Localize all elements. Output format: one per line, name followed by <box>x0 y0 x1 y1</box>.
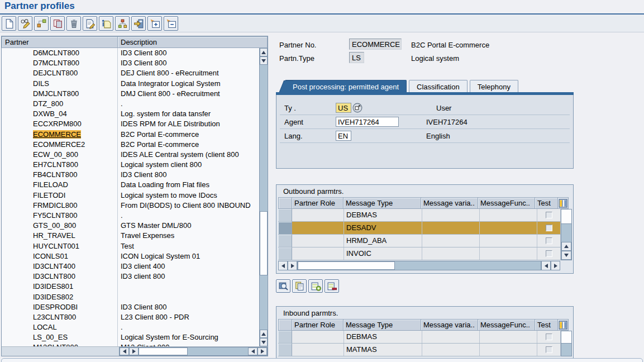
partner-list-vertical-scrollbar[interactable] <box>259 48 268 346</box>
partner-row[interactable]: GTS_00_800GTS Master DML/800 <box>2 221 259 231</box>
scroll-up-button[interactable] <box>561 242 571 251</box>
scroll-right-button[interactable] <box>551 261 560 270</box>
test-checkbox[interactable] <box>546 237 552 244</box>
partner-name[interactable]: L23CLNT800 <box>33 313 76 321</box>
scrollbar-thumb[interactable] <box>260 211 268 275</box>
scroll-left-button[interactable] <box>541 261 551 270</box>
partner-name[interactable]: ECOMMERCE <box>33 130 81 139</box>
partner-row[interactable]: ECOMMERCE2B2C Portal E-commerce <box>2 140 259 150</box>
scrollbar-track[interactable] <box>297 261 541 270</box>
row-selector[interactable] <box>278 247 292 260</box>
partner-name[interactable]: FILETODI <box>33 191 65 199</box>
copy-button[interactable] <box>50 16 65 31</box>
expand-all-button[interactable] <box>147 16 162 31</box>
scroll-up-button[interactable] <box>260 330 268 338</box>
create-button[interactable] <box>2 16 16 31</box>
partner-row[interactable]: ECW_00_800IDES ALE Central system (clien… <box>2 150 259 160</box>
scrollbar-thumb[interactable] <box>298 261 395 270</box>
scroll-right-button[interactable] <box>129 347 139 355</box>
test-checkbox[interactable] <box>546 250 552 257</box>
partner-name[interactable]: ECOMMERCE2 <box>33 140 85 149</box>
row-selector[interactable] <box>278 331 292 343</box>
agent-type-input[interactable] <box>336 103 351 113</box>
scroll-left-button[interactable] <box>248 347 257 355</box>
scrollbar-thumb[interactable] <box>139 347 188 355</box>
scroll-down-button[interactable] <box>260 338 268 346</box>
idoc-table-row[interactable]: DEBMAS <box>278 331 561 344</box>
partner-row[interactable]: D7MCLNT800ID3 Client 800 <box>2 58 259 68</box>
agent-input[interactable] <box>336 117 399 127</box>
idoc-table-row[interactable]: DEBMAS <box>278 209 561 222</box>
outbound-vertical-scrollbar[interactable] <box>561 209 572 260</box>
possible-entries-button[interactable] <box>352 103 362 113</box>
partner-row[interactable]: D6MCLNT800ID3 Client 800 <box>2 48 259 58</box>
partner-name[interactable]: ECCXRPM800 <box>33 120 82 128</box>
scroll-right-button[interactable] <box>288 261 297 270</box>
partner-row[interactable]: FILELOADData Loading from Flat files <box>2 180 259 190</box>
table-configuration-icon[interactable] <box>557 319 569 331</box>
selector-column-header[interactable] <box>278 197 292 209</box>
tab-post-processing[interactable]: Post processing: permitted agent <box>285 80 407 92</box>
partner-name[interactable]: ECW_00_800 <box>33 150 78 159</box>
partner-name[interactable]: HR_TRAVEL <box>33 231 75 240</box>
idoc-table-row[interactable]: DESADV <box>278 222 561 235</box>
idoc-table-row[interactable]: INVOIC <box>278 247 561 260</box>
column-header-partner-role[interactable]: Partner Role <box>292 197 344 209</box>
partner-row[interactable]: DXWB_04Log. system for data tansfer <box>2 109 259 119</box>
tab-telephony[interactable]: Telephony <box>470 80 518 92</box>
partner-name[interactable]: D7MCLNT800 <box>33 59 79 67</box>
partner-name[interactable]: D6MCLNT800 <box>33 49 79 57</box>
goto-button[interactable] <box>131 16 146 31</box>
scrollbar-track[interactable] <box>260 65 268 330</box>
column-header-partner-role[interactable]: Partner Role <box>292 319 344 331</box>
scroll-right-button[interactable] <box>257 347 267 355</box>
delete-row-button[interactable] <box>325 279 339 293</box>
selector-column-header[interactable] <box>278 319 292 331</box>
insert-row-button[interactable] <box>308 279 323 293</box>
partner-row[interactable]: ECOMMERCEB2C Portal E-commerce <box>2 130 259 140</box>
test-checkbox[interactable] <box>546 225 552 231</box>
column-header-message-function[interactable]: MessageFunc.. <box>478 197 535 209</box>
partner-row[interactable]: IDESPRODBIID3 Client 800 <box>2 302 259 312</box>
partner-row[interactable]: DMJCLNT800DMJ Client 800 - eRecruitment <box>2 89 259 99</box>
partner-name[interactable]: ID3IDES801 <box>33 282 73 290</box>
partner-row[interactable]: EH7CLNT800Logical system client 800 <box>2 160 259 170</box>
partner-name[interactable]: LS_00_ES <box>33 333 68 341</box>
partner-button[interactable] <box>34 16 49 31</box>
partner-row[interactable]: FRMDICL800From DI(BODS) to Client 800 IN… <box>2 201 259 211</box>
partner-row[interactable]: LOCAL. <box>2 322 259 332</box>
partner-name[interactable]: DXWB_04 <box>33 109 67 118</box>
idoc-table-row[interactable]: MATMAS <box>278 344 561 356</box>
idoc-table-row[interactable]: HRMD_ABA <box>278 235 561 247</box>
column-header-test[interactable]: Test <box>535 197 558 209</box>
table-configuration-icon[interactable] <box>557 197 569 209</box>
partner-name[interactable]: FY5CLNT800 <box>33 211 77 220</box>
row-selector[interactable] <box>278 344 292 356</box>
scrollbar-track[interactable] <box>561 224 571 242</box>
column-header-message-variant[interactable]: Message varia.. <box>421 197 478 209</box>
display-change-button[interactable] <box>18 16 32 31</box>
partner-row[interactable]: HUYCLNT001Test <box>2 241 259 251</box>
scroll-down-button[interactable] <box>561 251 571 260</box>
scroll-up-button[interactable] <box>260 48 268 56</box>
test-checkbox[interactable] <box>546 346 552 353</box>
column-header-message-variant[interactable]: Message varia.. <box>421 319 478 331</box>
column-header-test[interactable]: Test <box>535 319 558 331</box>
partner-name[interactable]: LOCAL <box>33 323 57 331</box>
partner-name[interactable]: DEJCLNT800 <box>33 69 78 77</box>
partner-name[interactable]: IDESPRODBI <box>33 303 78 311</box>
scroll-left-button[interactable] <box>278 261 288 270</box>
partner-row[interactable]: ECCXRPM800IDES RPM for ALE Distribution <box>2 119 259 129</box>
partner-name[interactable]: FILELOAD <box>33 180 68 189</box>
inbound-vertical-scrollbar[interactable] <box>561 331 572 356</box>
row-selector[interactable] <box>278 222 292 234</box>
display-details-button[interactable] <box>276 279 290 293</box>
language-input[interactable] <box>336 131 351 141</box>
column-header-message-type[interactable]: Message Type <box>343 197 421 209</box>
partner-name[interactable]: FRMDICL800 <box>33 201 77 209</box>
partner-row[interactable]: FB4CLNT800ID3 Client 800 <box>2 170 259 180</box>
partner-row[interactable]: DILSData Integrator Logical System <box>2 79 259 89</box>
partner-name[interactable]: EH7CLNT800 <box>33 160 78 169</box>
outbound-horizontal-scrollbar[interactable] <box>278 261 571 270</box>
partner-row[interactable]: LS_00_ESLogical System for E-Sourcing <box>2 332 259 342</box>
